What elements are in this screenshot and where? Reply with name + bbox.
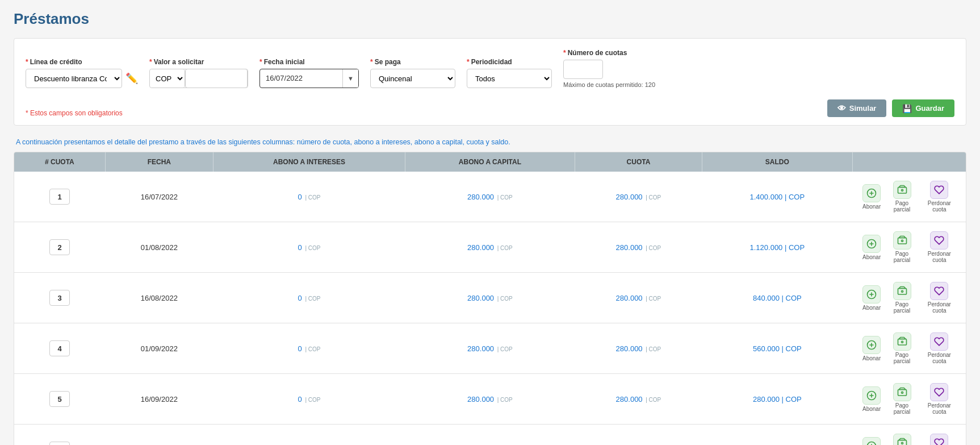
perdonar-cuota-button-4[interactable]: Perdonar cuota [923,383,956,415]
pago-parcial-button-3[interactable]: Pago parcial [889,332,915,364]
cell-num-0: 1 [14,172,105,222]
linea-credito-select[interactable]: Descuento libranza Com [26,69,122,88]
perdonar-cuota-button-2[interactable]: Perdonar cuota [923,282,956,314]
col-saldo: SALDO [702,152,852,172]
cell-abono-intereses-4: 0 | COP [213,374,405,425]
perdonar-cuota-button-0[interactable]: Perdonar cuota [923,181,956,213]
num-cuotas-label: *Número de cuotas [563,49,627,57]
fecha-dropdown-btn[interactable]: ▼ [342,69,358,88]
cell-cuota-3: 280.000 | COP [575,323,702,374]
page-title: Préstamos [14,10,966,28]
periodicidad-select[interactable]: Todos [467,69,552,88]
perdonar-cuota-label-2: Perdonar cuota [923,301,956,314]
abonar-icon-4 [862,386,881,405]
perdonar-cuota-label-0: Perdonar cuota [923,200,956,213]
pago-parcial-button-2[interactable]: Pago parcial [889,282,915,314]
cell-actions-2: Abonar Pago parcial Perdonar cuota [852,273,966,323]
col-abono-intereses: ABONO A INTERESES [213,152,405,172]
abonar-icon-0 [862,184,881,202]
perdonar-cuota-button-5[interactable]: Perdonar cuota [923,434,956,445]
eye-icon: 👁 [837,103,846,113]
cell-actions-1: Abonar Pago parcial Perdonar cuota [852,222,966,273]
desc-highlight: número de cuota, abono a intereses, abon… [295,138,510,146]
fecha-inicial-wrap: 16/07/2022 ▼ [259,69,359,88]
cell-cuota-4: 280.000 | COP [575,374,702,425]
svg-point-1 [901,189,903,191]
pago-parcial-label-2: Pago parcial [889,301,915,314]
linea-credito-label: *Línea de crédito [26,58,138,66]
cell-actions-3: Abonar Pago parcial Perdonar cuota [852,323,966,374]
cell-abono-capital-1: 280.000 | COP [405,222,575,273]
cell-num-3: 4 [14,323,105,374]
cell-actions-4: Abonar Pago parcial Perdonar cuota [852,374,966,425]
perdonar-icon-0 [930,181,948,199]
max-cuotas-text: Máximo de cuotas permitido: 120 [563,81,655,88]
form-section: *Línea de crédito Descuento libranza Com… [14,38,966,126]
perdonar-cuota-button-3[interactable]: Perdonar cuota [923,332,956,364]
abonar-label-0: Abonar [862,203,881,210]
cell-num-4: 5 [14,374,105,425]
valor-solicitar-input[interactable]: 1,680,000 [185,69,248,88]
num-cuotas-input[interactable]: 6 [563,60,603,79]
guardar-button[interactable]: 💾 Guardar [892,99,954,117]
abonar-button-2[interactable]: Abonar [862,285,881,311]
form-actions: 👁 Simular 💾 Guardar [827,99,954,117]
cell-num-5: 6 [14,425,105,446]
pago-icon-1 [893,231,911,249]
required-note: * Estos campos son obligatorios [26,109,123,117]
table-header: # CUOTA FECHA ABONO A INTERESES ABONO A … [14,152,966,172]
pago-parcial-label-0: Pago parcial [889,200,915,213]
cell-abono-intereses-3: 0 | COP [213,323,405,374]
pago-icon-5 [893,434,911,445]
abonar-button-4[interactable]: Abonar [862,386,881,412]
col-cuota: # CUOTA [14,152,105,172]
pago-parcial-button-1[interactable]: Pago parcial [889,231,915,263]
abonar-button-5[interactable]: Abonar [862,437,881,446]
svg-rect-2 [898,238,906,244]
pago-parcial-button-5[interactable]: Pago parcial [889,434,915,445]
pago-parcial-button-0[interactable]: Pago parcial [889,181,915,213]
cell-cuota-0: 280.000 | COP [575,172,702,222]
perdonar-cuota-label-3: Perdonar cuota [923,352,956,364]
fecha-value: 16/07/2022 [260,69,342,88]
sepaga-select[interactable]: Quincenal [370,69,455,88]
cell-abono-capital-5: 280.000 | COP [405,425,575,446]
loan-table-section: # CUOTA FECHA ABONO A INTERESES ABONO A … [14,152,966,445]
description-text: A continuación presentamos el detalle de… [14,132,966,148]
svg-point-9 [901,392,903,393]
table-row: 2 01/08/2022 0 | COP 280.000 | COP 280.0… [14,222,966,273]
cell-fecha-5: 01/10/2022 [105,425,213,446]
table-row: 1 16/07/2022 0 | COP 280.000 | COP 280.0… [14,172,966,222]
simular-button[interactable]: 👁 Simular [827,99,887,117]
periodicidad-group: *Periodicidad Todos [467,58,552,88]
fecha-inicial-label: *Fecha inicial [259,58,359,66]
table-row: 6 01/10/2022 0 | COP 280.000 | COP 280.0… [14,425,966,446]
linea-credito-group: *Línea de crédito Descuento libranza Com… [26,58,138,88]
cell-saldo-4: 280.000 | COP [702,374,852,425]
cell-num-1: 2 [14,222,105,273]
abonar-button-3[interactable]: Abonar [862,336,881,361]
cell-fecha-4: 16/09/2022 [105,374,213,425]
abonar-button-1[interactable]: Abonar [862,235,881,260]
cell-abono-intereses-0: 0 | COP [213,172,405,222]
cell-abono-intereses-1: 0 | COP [213,222,405,273]
currency-select[interactable]: COP [150,69,185,88]
pago-icon-4 [893,383,911,401]
edit-icon[interactable]: ✏️ [125,72,138,85]
sepaga-group: *Se paga Quincenal [370,58,455,88]
cell-fecha-0: 16/07/2022 [105,172,213,222]
col-cuota-val: CUOTA [575,152,702,172]
abonar-button-0[interactable]: Abonar [862,184,881,210]
perdonar-cuota-label-1: Perdonar cuota [923,251,956,263]
pago-parcial-button-4[interactable]: Pago parcial [889,383,915,415]
col-actions [852,152,966,172]
abonar-label-3: Abonar [862,355,881,361]
pago-parcial-label-1: Pago parcial [889,251,915,263]
cell-saldo-5: 0 | COP [702,425,852,446]
valor-solicitar-label: *Valor a solicitar [149,58,248,66]
sepaga-label: *Se paga [370,58,455,66]
cell-abono-capital-2: 280.000 | COP [405,273,575,323]
cell-fecha-2: 16/08/2022 [105,273,213,323]
perdonar-cuota-button-1[interactable]: Perdonar cuota [923,231,956,263]
cell-fecha-1: 01/08/2022 [105,222,213,273]
